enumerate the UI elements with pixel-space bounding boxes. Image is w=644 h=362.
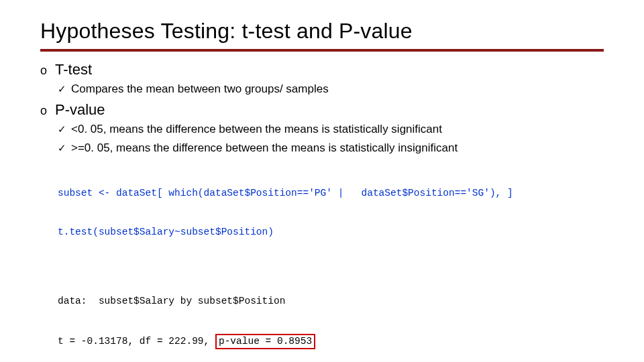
slide-title: Hypotheses Testing: t-test and P-value — [40, 19, 604, 44]
circle-bullet-icon: o — [40, 64, 55, 78]
section-heading-ttest: T-test — [55, 61, 92, 78]
list-item: ✓ Compares the mean between two groups/ … — [58, 82, 604, 96]
circle-bullet-icon: o — [40, 104, 55, 118]
code-output-block: subset <- dataSet[ which(dataSet$Positio… — [58, 162, 604, 362]
list-item: ✓ >=0. 05, means the difference between … — [58, 141, 604, 155]
pvalue-highlight-box: p-value = 0.8953 — [215, 334, 315, 349]
section-heading-pvalue: P-value — [55, 101, 105, 119]
pvalue-point-1: <0. 05, means the difference between the… — [71, 123, 442, 136]
list-item: o P-value — [40, 101, 604, 119]
pvalue-point-2: >=0. 05, means the difference between th… — [71, 141, 458, 155]
code-output-line: data: subset$Salary by subset$Position — [58, 295, 604, 308]
code-output-line: t = -0.13178, df = 222.99, p-value = 0.8… — [58, 334, 604, 349]
code-input-line: subset <- dataSet[ which(dataSet$Positio… — [58, 187, 604, 200]
code-input-line: t.test(subset$Salary~subset$Position) — [58, 226, 604, 239]
check-bullet-icon: ✓ — [58, 83, 71, 95]
title-divider — [40, 49, 604, 52]
ttest-point: Compares the mean between two groups/ sa… — [71, 82, 329, 96]
check-bullet-icon: ✓ — [58, 142, 71, 154]
list-item: ✓ <0. 05, means the difference between t… — [58, 123, 604, 136]
check-bullet-icon: ✓ — [58, 123, 71, 135]
list-item: o T-test — [40, 61, 604, 78]
